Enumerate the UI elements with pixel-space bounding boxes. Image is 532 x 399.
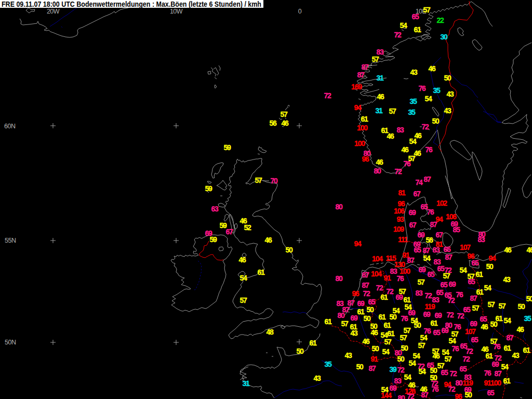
svg-text:83: 83: [432, 246, 440, 254]
svg-text:61: 61: [503, 377, 511, 385]
svg-text:107: 107: [460, 243, 471, 251]
svg-text:119: 119: [425, 302, 435, 311]
svg-text:55N: 55N: [5, 237, 16, 244]
svg-text:54: 54: [409, 137, 417, 145]
svg-text:43: 43: [503, 275, 511, 284]
svg-text:61: 61: [476, 288, 484, 296]
svg-text:61: 61: [485, 352, 493, 360]
svg-text:69: 69: [491, 360, 499, 368]
svg-text:50: 50: [444, 74, 451, 82]
svg-text:46: 46: [481, 323, 488, 331]
svg-text:87: 87: [445, 253, 453, 261]
svg-text:54: 54: [424, 95, 432, 103]
svg-text:107: 107: [465, 327, 476, 336]
svg-text:FRE 09.11.07 18:00 UTC Bodenw: FRE 09.11.07 18:00 UTC Bodenwettermeldun…: [2, 0, 261, 8]
svg-text:50: 50: [363, 314, 371, 323]
svg-text:61: 61: [324, 317, 332, 326]
svg-text:70: 70: [270, 177, 278, 185]
svg-text:83: 83: [415, 289, 423, 297]
svg-text:65: 65: [411, 12, 419, 21]
svg-text:57: 57: [472, 304, 480, 312]
svg-text:54: 54: [448, 337, 456, 345]
svg-text:20W: 20W: [47, 8, 60, 15]
svg-text:102: 102: [436, 199, 447, 207]
svg-text:80: 80: [335, 274, 343, 283]
svg-text:35: 35: [408, 108, 416, 116]
svg-text:96: 96: [455, 392, 462, 399]
svg-text:54: 54: [459, 266, 467, 274]
svg-text:106: 106: [394, 207, 405, 215]
svg-text:76: 76: [396, 274, 404, 283]
svg-text:109: 109: [393, 225, 404, 233]
svg-text:69: 69: [350, 314, 358, 322]
svg-text:57: 57: [280, 110, 288, 118]
svg-text:72: 72: [407, 392, 415, 399]
svg-text:96: 96: [362, 155, 369, 163]
svg-text:61: 61: [523, 346, 530, 354]
svg-text:39: 39: [389, 365, 397, 374]
svg-text:87: 87: [407, 256, 415, 264]
svg-text:60N: 60N: [4, 123, 16, 130]
svg-text:52: 52: [244, 223, 251, 232]
svg-text:54: 54: [382, 348, 390, 356]
svg-text:54: 54: [400, 21, 407, 30]
svg-text:100: 100: [357, 124, 368, 132]
svg-text:50: 50: [517, 302, 525, 311]
svg-text:57: 57: [498, 302, 506, 310]
svg-text:61: 61: [503, 344, 511, 352]
svg-text:65: 65: [368, 298, 376, 306]
svg-text:57: 57: [371, 55, 379, 63]
svg-text:61: 61: [378, 313, 386, 321]
svg-text:22: 22: [436, 16, 444, 24]
svg-text:59: 59: [223, 143, 231, 152]
svg-text:46: 46: [432, 352, 440, 360]
svg-text:72: 72: [421, 123, 429, 131]
svg-text:67: 67: [413, 190, 421, 198]
svg-text:69: 69: [408, 309, 416, 317]
svg-text:65: 65: [443, 245, 451, 254]
svg-text:57: 57: [443, 272, 450, 280]
svg-text:50: 50: [366, 305, 374, 314]
svg-text:57: 57: [384, 338, 392, 346]
svg-text:46: 46: [377, 92, 384, 101]
svg-text:30: 30: [440, 33, 448, 41]
svg-text:46: 46: [401, 145, 409, 154]
svg-text:87: 87: [361, 63, 369, 71]
svg-text:46: 46: [264, 236, 272, 244]
svg-text:83: 83: [396, 126, 404, 134]
svg-text:57: 57: [240, 296, 247, 304]
svg-text:50N: 50N: [5, 339, 16, 346]
svg-text:67: 67: [225, 228, 233, 236]
svg-text:54: 54: [423, 254, 431, 262]
svg-text:50: 50: [414, 321, 421, 329]
svg-text:94: 94: [354, 240, 362, 248]
svg-text:57: 57: [418, 341, 425, 350]
svg-text:35: 35: [324, 360, 332, 368]
svg-text:54: 54: [240, 274, 247, 282]
svg-text:72: 72: [386, 287, 394, 296]
svg-text:43: 43: [444, 107, 451, 115]
svg-text:72: 72: [376, 284, 383, 292]
svg-text:76: 76: [484, 369, 491, 377]
svg-text:74: 74: [415, 178, 423, 187]
svg-text:10W: 10W: [170, 8, 183, 15]
svg-text:46: 46: [238, 256, 246, 264]
svg-text:72: 72: [363, 289, 370, 298]
svg-text:0: 0: [298, 8, 302, 15]
svg-text:87: 87: [494, 369, 502, 378]
svg-text:65: 65: [463, 305, 471, 314]
svg-text:65: 65: [459, 365, 467, 373]
svg-text:69: 69: [408, 208, 416, 217]
svg-text:43: 43: [344, 351, 352, 360]
svg-text:100: 100: [490, 379, 501, 387]
svg-text:104: 104: [371, 270, 382, 278]
svg-text:54: 54: [484, 284, 491, 292]
svg-text:35: 35: [409, 97, 417, 105]
svg-text:69: 69: [470, 320, 477, 328]
svg-text:69: 69: [417, 231, 425, 239]
svg-text:48: 48: [266, 328, 274, 336]
svg-text:61: 61: [414, 25, 421, 34]
svg-text:100: 100: [354, 139, 365, 148]
svg-text:57: 57: [400, 334, 407, 342]
svg-text:69: 69: [423, 310, 431, 318]
